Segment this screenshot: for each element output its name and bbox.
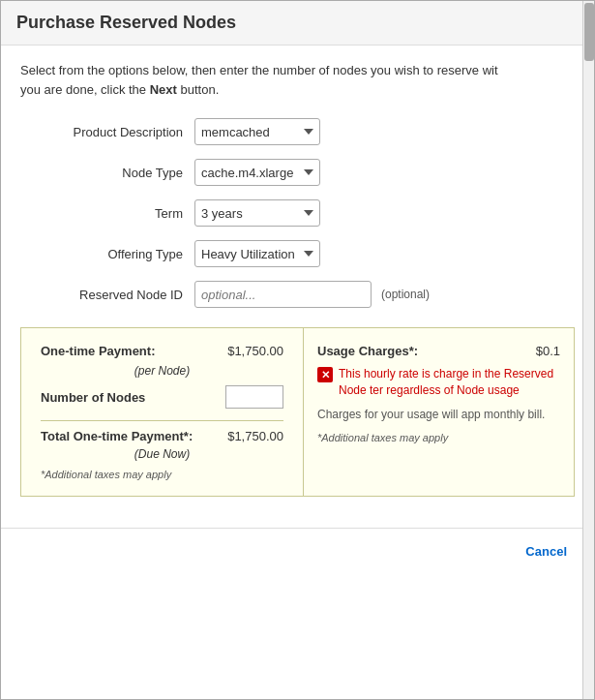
scrollbar-thumb[interactable] xyxy=(584,3,594,61)
one-time-payment-label: One-time Payment: xyxy=(41,344,155,358)
scrollbar[interactable] xyxy=(582,1,594,699)
right-taxes-note: *Additional taxes may apply xyxy=(317,432,560,443)
total-payment-label: Total One-time Payment*: xyxy=(41,429,193,443)
usage-charges-panel: Usage Charges*: $0.1 ✕ This hourly rate … xyxy=(304,328,574,496)
per-node-label: (per Node) xyxy=(41,364,283,378)
usage-charges-value: $0.1 xyxy=(536,344,560,358)
usage-charges-header-row: Usage Charges*: $0.1 xyxy=(317,344,560,358)
due-now-label: (Due Now) xyxy=(41,447,283,461)
number-of-nodes-input[interactable]: 1 xyxy=(225,385,283,409)
usage-error-text: This hourly rate is charge in the Reserv… xyxy=(339,366,560,399)
number-of-nodes-label: Number of Nodes xyxy=(41,390,145,405)
total-payment-value: $1,750.00 xyxy=(227,429,283,443)
modal-header: Purchase Reserved Nodes xyxy=(1,1,594,46)
one-time-payment-value: $1,750.00 xyxy=(227,344,283,358)
node-type-label: Node Type xyxy=(20,166,194,180)
optional-label: (optional) xyxy=(381,288,430,301)
error-icon: ✕ xyxy=(317,367,333,382)
product-description-select[interactable]: memcached xyxy=(194,118,320,145)
usage-sub-text: Charges for your usage will app monthly … xyxy=(317,407,560,423)
number-of-nodes-row: Number of Nodes 1 xyxy=(41,385,283,409)
left-taxes-note: *Additional taxes may apply xyxy=(41,469,283,480)
one-time-payment-panel: One-time Payment: $1,750.00 (per Node) N… xyxy=(21,328,304,496)
modal-title: Purchase Reserved Nodes xyxy=(16,13,579,33)
payment-section: One-time Payment: $1,750.00 (per Node) N… xyxy=(20,327,575,497)
form-section: Product Description memcached Node Type … xyxy=(20,118,575,308)
reserved-node-id-label: Reserved Node ID xyxy=(20,288,194,302)
reserved-node-id-row: Reserved Node ID (optional) xyxy=(20,281,575,308)
offering-type-row: Offering Type Heavy Utilization xyxy=(20,240,575,267)
intro-text: Select from the options below, then ente… xyxy=(20,61,575,99)
one-time-payment-row: One-time Payment: $1,750.00 xyxy=(41,344,283,358)
node-type-select[interactable]: cache.m4.xlarge xyxy=(194,159,320,186)
usage-charges-label: Usage Charges*: xyxy=(317,344,418,358)
usage-error-box: ✕ This hourly rate is charge in the Rese… xyxy=(317,366,560,399)
term-select[interactable]: 3 years xyxy=(194,199,320,227)
cancel-button[interactable]: Cancel xyxy=(518,540,575,563)
modal-footer: Cancel xyxy=(1,528,594,574)
purchase-reserved-nodes-modal: Purchase Reserved Nodes Select from the … xyxy=(0,0,595,700)
node-type-row: Node Type cache.m4.xlarge xyxy=(20,159,575,186)
product-description-label: Product Description xyxy=(20,125,194,139)
modal-body: Select from the options below, then ente… xyxy=(1,46,594,528)
offering-type-label: Offering Type xyxy=(20,247,194,261)
reserved-node-id-input[interactable] xyxy=(194,281,372,308)
total-payment-row: Total One-time Payment*: $1,750.00 xyxy=(41,420,283,443)
offering-type-select[interactable]: Heavy Utilization xyxy=(194,240,320,267)
term-label: Term xyxy=(20,206,194,221)
term-row: Term 3 years xyxy=(20,199,575,227)
product-description-row: Product Description memcached xyxy=(20,118,575,145)
